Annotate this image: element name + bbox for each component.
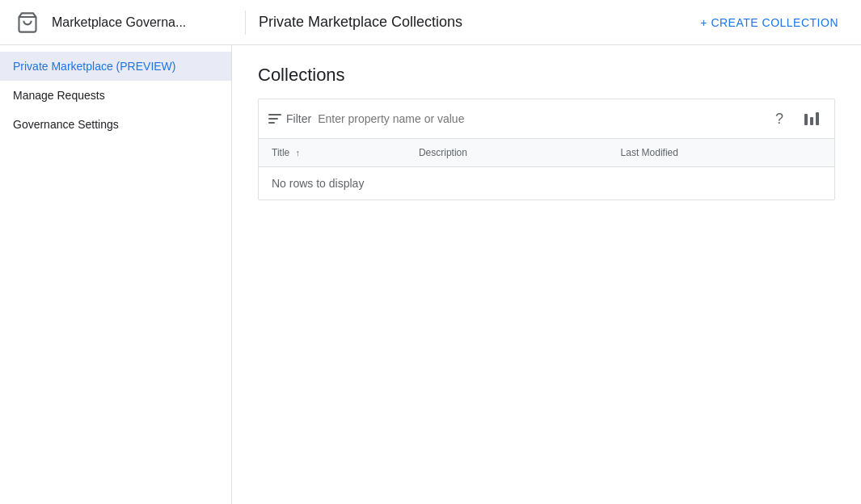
filter-bar: Filter ? — [259, 99, 834, 139]
filter-bar-actions: ? — [766, 106, 825, 132]
column-description: Description — [406, 139, 608, 167]
columns-icon — [804, 112, 819, 125]
filter-label: Filter — [286, 112, 311, 125]
create-collection-button[interactable]: + CREATE COLLECTION — [690, 10, 848, 36]
table-empty-row: No rows to display — [259, 167, 834, 200]
help-icon: ? — [775, 111, 783, 128]
columns-button[interactable] — [799, 106, 825, 132]
sidebar-item-private-marketplace[interactable]: Private Marketplace (PREVIEW) — [0, 52, 231, 81]
sidebar-item-manage-requests[interactable]: Manage Requests — [0, 81, 231, 110]
collections-table-container: Filter ? — [258, 99, 835, 200]
sidebar-item-governance-settings-label: Governance Settings — [13, 118, 119, 131]
filter-icon — [268, 114, 281, 124]
column-title-label: Title — [272, 147, 289, 158]
empty-message: No rows to display — [259, 167, 834, 200]
table-header-row: Title ↑ Description Last Modified — [259, 139, 834, 167]
help-button[interactable]: ? — [766, 106, 792, 132]
sidebar: Private Marketplace (PREVIEW) Manage Req… — [0, 45, 232, 504]
header-left: Marketplace Governa... — [13, 8, 245, 37]
main-body: Private Marketplace (PREVIEW) Manage Req… — [0, 45, 861, 504]
sidebar-item-private-marketplace-label: Private Marketplace (PREVIEW) — [13, 60, 176, 73]
header-divider — [245, 10, 246, 35]
column-last-modified-label: Last Modified — [621, 147, 678, 158]
filter-input[interactable] — [318, 112, 760, 125]
sidebar-item-governance-settings[interactable]: Governance Settings — [0, 110, 231, 139]
column-last-modified: Last Modified — [608, 139, 834, 167]
cart-icon — [13, 8, 42, 37]
table-header: Title ↑ Description Last Modified — [259, 139, 834, 167]
filter-icon-label: Filter — [268, 112, 311, 125]
app-title: Marketplace Governa... — [52, 15, 186, 30]
table-body: No rows to display — [259, 167, 834, 200]
column-title[interactable]: Title ↑ — [259, 139, 406, 167]
column-description-label: Description — [419, 147, 467, 158]
top-header: Marketplace Governa... Private Marketpla… — [0, 0, 861, 45]
sort-arrow-icon: ↑ — [296, 148, 301, 158]
data-table: Title ↑ Description Last Modified No row… — [259, 139, 834, 200]
page-title: Private Marketplace Collections — [259, 14, 690, 31]
collections-heading: Collections — [258, 65, 835, 86]
sidebar-item-manage-requests-label: Manage Requests — [13, 89, 105, 102]
content-area: Collections Filter ? — [232, 45, 861, 504]
